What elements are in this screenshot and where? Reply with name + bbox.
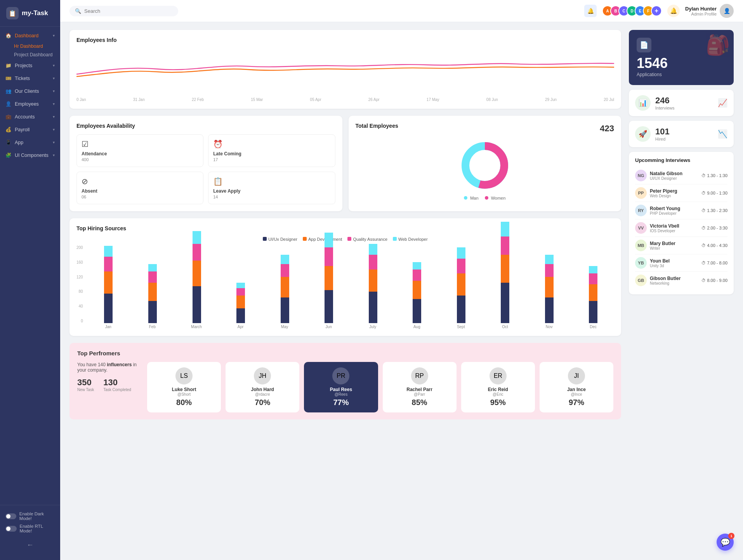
int-role: Writer	[650, 246, 675, 250]
interview-row[interactable]: MB Mary Butler Writer ⏱ 4.00 - 4:30	[635, 237, 727, 254]
int-name: Natalie Gibson	[650, 171, 682, 176]
int-role: PHP Developer	[650, 211, 680, 216]
user-role: Admin Profile	[685, 12, 717, 16]
chevron-icon-9: ▾	[53, 153, 55, 157]
interview-row[interactable]: YB Youn Bel Unity 3d ⏱ 7.00 - 8.00	[635, 254, 727, 272]
bar-x-label: Aug	[396, 325, 438, 329]
bar-col-Apr	[220, 245, 262, 323]
sidebar-item-tickets[interactable]: 🎫 Tickets ▾	[0, 72, 60, 85]
legend-web: Web Developer	[393, 237, 428, 242]
bar-col-March	[176, 245, 218, 323]
sidebar-item-app[interactable]: 📱 App ▾	[0, 136, 60, 149]
sidebar-item-projects[interactable]: 📁 Projects ▾	[0, 59, 60, 72]
bar-segment	[104, 271, 113, 294]
sidebar-item-ui-components[interactable]: 🧩 UI Components ▾	[0, 149, 60, 162]
performer-desc: You have 140 influencers in your company…	[77, 362, 141, 373]
avail-late-coming: ⏰ Late Coming 17	[208, 134, 335, 167]
sidebar-label-payroll: Payroll	[15, 127, 30, 132]
int-left: PP Peter Piperg Web Design	[635, 187, 677, 199]
interview-row[interactable]: NG Natalie Gibson UI/UX Designer ⏱ 1.30 …	[635, 167, 727, 184]
sidebar-item-accounts[interactable]: 💼 Accounts ▾	[0, 110, 60, 123]
bar-segment	[325, 266, 333, 290]
line-chart-svg	[76, 49, 614, 95]
dark-mode-row: Enable Dark Mode!	[5, 511, 55, 521]
performer-card-1[interactable]: JH John Hard @rdacre 70%	[226, 362, 299, 412]
int-left: VV Victoria Vbell IOS Developer	[635, 222, 679, 234]
user-profile[interactable]: Dylan Hunter Admin Profile 👤	[685, 4, 734, 18]
perf-pct: 77%	[333, 398, 349, 407]
performer-card-5[interactable]: JI Jan Ince @Ince 97%	[540, 362, 613, 412]
sidebar: 📋 my-Task 🏠 Dashboard ▾ Hr Dashboard Pro…	[0, 0, 60, 560]
perf-pct: 80%	[176, 398, 192, 407]
bar-segment	[589, 266, 597, 273]
int-info: Gibson Butler Networking	[650, 276, 681, 285]
interview-row[interactable]: GB Gibson Butler Networking ⏱ 8.00 - 9.0…	[635, 272, 727, 289]
legend-qa: Quality Assurance	[347, 237, 387, 242]
legend-man: Man	[464, 196, 478, 200]
sidebar-item-employees[interactable]: 👤 Employees ▾	[0, 97, 60, 110]
sidebar-item-project-dashboard[interactable]: Project Dashboard	[0, 50, 60, 59]
int-info: Youn Bel Unity 3d	[650, 258, 670, 268]
performer-card-3[interactable]: RP Rachel Parr @Parr 85%	[383, 362, 457, 412]
avail-attendance: ☑ Attendance 400	[76, 134, 203, 167]
sidebar-item-hr-dashboard[interactable]: Hr Dashboard	[0, 42, 60, 50]
avail-grid: ☑ Attendance 400 ⏰ Late Coming 17 ⊘ Abse…	[76, 134, 335, 204]
perf-pct: 97%	[569, 398, 584, 407]
chat-bubble[interactable]: 💬 1	[717, 534, 734, 551]
avatar-add[interactable]: +	[651, 5, 662, 16]
chevron-icon-7: ▾	[53, 127, 55, 132]
sidebar-item-our-clients[interactable]: 👥 Our Clients ▾	[0, 85, 60, 97]
rtl-mode-label: Enable RTL Mode!	[20, 524, 55, 533]
app-logo[interactable]: 📋 my-Task	[0, 0, 60, 27]
dark-mode-toggle[interactable]	[5, 513, 16, 519]
bar-segment	[281, 255, 289, 264]
bar-segment	[148, 283, 157, 301]
back-button[interactable]: ←	[5, 536, 55, 554]
sidebar-item-payroll[interactable]: 💰 Payroll ▾	[0, 123, 60, 136]
performer-card-0[interactable]: LS Luke Short @Short 80%	[147, 362, 221, 412]
x-label-3: 15 Mar	[251, 97, 263, 102]
notification-button[interactable]: 🔔	[584, 5, 597, 17]
stat-left-hired: 🚀 101 Hired	[635, 126, 670, 142]
interview-row[interactable]: PP Peter Piperg Web Design ⏱ 9.00 - 1:30	[635, 184, 727, 202]
header: 🔍 🔔 A B C D E F + 🔔 Dylan Hunter Admin P…	[60, 0, 743, 22]
sidebar-label-clients: Our Clients	[15, 89, 39, 94]
bar-segment	[545, 277, 554, 297]
int-info: Mary Butler Writer	[650, 241, 675, 250]
bar-segment	[193, 231, 201, 244]
accounts-icon: 💼	[5, 114, 12, 120]
app-name: my-Task	[22, 9, 48, 17]
search-bar[interactable]: 🔍	[69, 6, 178, 16]
performer-card-2[interactable]: PR Paul Rees @Rees 77%	[304, 362, 378, 412]
attendance-val: 400	[82, 157, 198, 162]
upcoming-title: Upcomming Interviews	[635, 157, 727, 163]
bar-segment	[193, 244, 201, 261]
availability-title: Employees Availability	[76, 123, 335, 129]
search-input[interactable]	[84, 8, 173, 14]
interview-list: NG Natalie Gibson UI/UX Designer ⏱ 1.30 …	[635, 167, 727, 289]
bar-x-label: Jun	[308, 325, 350, 329]
interview-row[interactable]: VV Victoria Vbell IOS Developer ⏱ 2.00 -…	[635, 219, 727, 237]
chat-badge: 1	[728, 533, 734, 539]
late-icon: ⏰	[213, 139, 330, 149]
perf-name: John Hard	[251, 387, 274, 392]
int-info: Victoria Vbell IOS Developer	[650, 223, 679, 233]
employees-icon: 👤	[5, 101, 12, 107]
employees-info-chart	[76, 49, 614, 95]
sidebar-nav: 🏠 Dashboard ▾ Hr Dashboard Project Dashb…	[0, 27, 60, 164]
perf-handle: @Ince	[571, 392, 582, 397]
performer-card-4[interactable]: ER Eric Reid @Eric 95%	[461, 362, 535, 412]
rtl-mode-toggle[interactable]	[5, 526, 17, 532]
int-avatar: VV	[635, 222, 647, 234]
bar-segment	[457, 273, 465, 296]
interview-row[interactable]: RY Robert Young PHP Developer ⏱ 1.30 - 2…	[635, 202, 727, 219]
bell-button[interactable]: 🔔	[667, 5, 680, 17]
performers-section: Top Perfromers You have 140 influencers …	[69, 343, 621, 419]
notif-icon: 🔔	[587, 8, 594, 14]
sidebar-item-dashboard[interactable]: 🏠 Dashboard ▾	[0, 29, 60, 42]
bar-segment	[281, 297, 289, 323]
int-left: GB Gibson Butler Networking	[635, 275, 681, 286]
chevron-icon-8: ▾	[53, 140, 55, 144]
absent-icon: ⊘	[82, 177, 198, 186]
bar-segment	[104, 246, 113, 257]
